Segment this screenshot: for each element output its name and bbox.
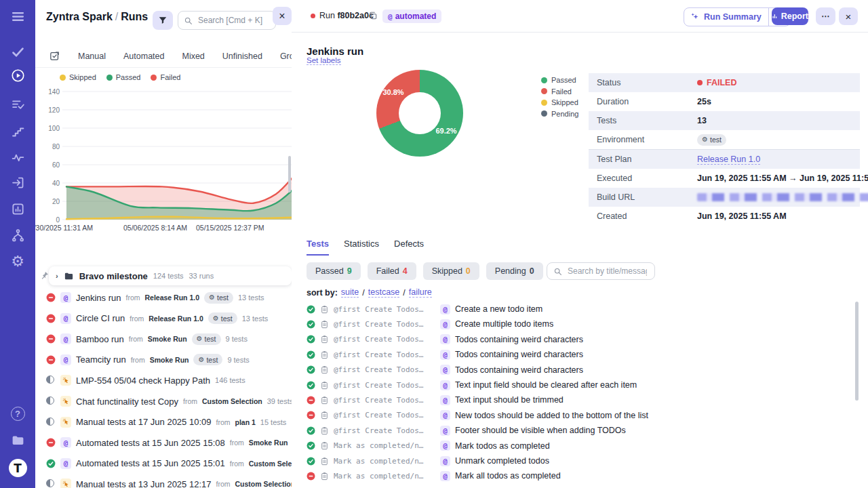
sidebar-branches-icon[interactable] <box>0 228 35 243</box>
tests-scrollbar[interactable] <box>855 302 859 401</box>
filter-failed[interactable]: Failed4 <box>368 262 416 280</box>
test-row[interactable]: @first Create Todos…@New todos should be… <box>307 408 856 423</box>
run-item-title: Automated tests at 15 Jun 2025 15:08 <box>76 438 225 448</box>
sidebar-analytics-icon[interactable] <box>0 150 35 165</box>
sort-by-testcase[interactable]: testcase <box>368 287 400 298</box>
select-runs-icon[interactable] <box>49 50 60 62</box>
project-name[interactable]: Zyntra Spark <box>46 11 113 22</box>
passed-icon <box>307 426 315 435</box>
runs-tab-mixed[interactable]: Mixed <box>182 52 204 61</box>
sidebar-logo[interactable]: T <box>0 459 35 477</box>
tab-defects[interactable]: Defects <box>394 239 424 256</box>
copy-icon[interactable] <box>368 11 378 23</box>
runs-search[interactable] <box>178 11 276 30</box>
test-row[interactable]: Mark as completed/n…@Mark all todos as c… <box>307 468 856 483</box>
run-list-item[interactable]: Manual tests at 17 Jun 2025 10:09frompla… <box>46 412 292 432</box>
filter-button[interactable] <box>153 11 173 30</box>
sidebar-test-plans-icon[interactable] <box>0 98 35 112</box>
sort-by-failure[interactable]: failure <box>409 287 432 298</box>
filter-passed[interactable]: Passed9 <box>307 262 361 280</box>
sidebar-settings-icon[interactable]: ⚙ <box>0 254 35 269</box>
sidebar-reports-icon[interactable] <box>0 202 35 216</box>
legend-item-passed[interactable]: Passed <box>106 73 141 81</box>
sidebar-runs-icon[interactable] <box>0 68 35 83</box>
donut-legend-skipped[interactable]: Skipped <box>541 98 578 106</box>
donut-legend-passed[interactable]: Passed <box>541 76 578 84</box>
donut-legend-pending[interactable]: Pending <box>541 110 578 118</box>
test-row[interactable]: @first Create Todos…@Todos containing we… <box>307 363 856 378</box>
left-panel-scrollbar[interactable] <box>288 156 291 192</box>
automated-run-icon: @ <box>60 292 71 303</box>
sidebar-tests-icon[interactable] <box>0 45 35 59</box>
runs-tab-groups[interactable]: Groups <box>280 52 292 61</box>
legend-item-skipped[interactable]: Skipped <box>60 73 96 81</box>
clipboard-icon <box>320 411 329 420</box>
test-row[interactable]: Mark as completed/n…@Unmark completed to… <box>307 453 856 468</box>
tab-statistics[interactable]: Statistics <box>344 239 379 256</box>
x-axis-label: 05/15/2025 12:37 PM <box>196 224 264 232</box>
runs-panel: Zyntra Spark/Runs × ManualAutomatedMixed… <box>35 0 292 488</box>
svg-text:80: 80 <box>52 143 60 150</box>
detail-label: Environment <box>589 135 697 144</box>
runs-search-input[interactable] <box>197 15 270 26</box>
test-row[interactable]: @first Create Todos…@Text input should b… <box>307 392 856 407</box>
trend-chart-legend: SkippedPassedFailed <box>60 73 180 81</box>
run-list-item[interactable]: Chat functinality test CopyfromCustom Se… <box>46 391 292 411</box>
manual-run-icon <box>60 396 71 407</box>
sidebar-pulls-icon[interactable] <box>0 176 35 190</box>
run-list-item[interactable]: @Jenkins runfromRelease Run 1.0⚙test13 t… <box>46 287 292 308</box>
test-row[interactable]: @first Create Todos…@Text input field sh… <box>307 378 856 392</box>
detail-label: Executed <box>589 174 697 183</box>
run-list-item[interactable]: @Circle CI runfromRelease Run 1.0⚙test13… <box>46 308 292 329</box>
automated-run-icon: @ <box>60 333 71 344</box>
legend-item-failed[interactable]: Failed <box>151 73 180 81</box>
runs-tab-automated[interactable]: Automated <box>123 52 164 61</box>
chevron-right-icon[interactable]: › <box>56 272 58 280</box>
run-topbar: Run f80b2a0c @automated Run Summary ⋯ Re… <box>292 0 868 33</box>
test-row[interactable]: @first Create Todos…@Todos containing we… <box>307 347 856 362</box>
test-row[interactable]: @first Create Todos…@Create multiple tod… <box>307 317 856 331</box>
automated-badge[interactable]: @automated <box>382 9 441 23</box>
run-list-item[interactable]: LMP-554 05/04 check Happy Path146 tests <box>46 370 292 390</box>
set-labels-link[interactable]: Set labels <box>307 56 341 65</box>
test-title: Text input field should be cleared after… <box>455 380 637 390</box>
runs-tab-unfinished[interactable]: Unfinished <box>222 52 262 61</box>
milestone-row[interactable]: › Bravo milestone 124 tests 33 runs <box>49 266 292 285</box>
sidebar-milestones-icon[interactable] <box>0 124 35 138</box>
test-row[interactable]: @first Create Todos…@Footer should be vi… <box>307 423 856 438</box>
failed-dot <box>697 80 703 85</box>
tests-search[interactable] <box>547 262 655 280</box>
filter-pending[interactable]: Pending0 <box>486 262 543 280</box>
close-run-button[interactable]: × <box>839 7 858 25</box>
test-row[interactable]: @first Create Todos…@Todos containing we… <box>307 332 856 347</box>
panel-close-button[interactable]: × <box>273 7 292 25</box>
run-list-item[interactable]: @Automated tests at 15 Jun 2025 15:08fro… <box>46 432 292 453</box>
tab-tests[interactable]: Tests <box>307 239 329 256</box>
failed-icon <box>46 355 56 365</box>
more-button[interactable]: ⋯ <box>816 7 835 25</box>
test-plan-link[interactable]: Release Run 1.0 <box>697 155 760 165</box>
sidebar-projects-icon[interactable] <box>0 433 35 447</box>
sidebar-help-icon[interactable]: ? <box>0 407 35 421</box>
environment-badge: ⚙test <box>192 333 221 345</box>
run-list-item[interactable]: Manual tests at 13 Jun 2025 12:17fromCus… <box>46 474 292 488</box>
tests-search-input[interactable] <box>566 266 648 277</box>
report-button[interactable]: Report <box>772 7 808 25</box>
test-row[interactable]: @first Create Todos…@Create a new todo i… <box>307 302 856 317</box>
test-suite-name: @first Create Todos… <box>334 305 435 314</box>
run-list-item[interactable]: @Teamcity runfromSmoke Run⚙test9 tests <box>46 350 292 370</box>
legend-dot <box>541 88 547 94</box>
runs-tab-manual[interactable]: Manual <box>78 52 106 61</box>
filter-skipped[interactable]: Skipped0 <box>423 262 479 280</box>
sidebar-menu-icon[interactable] <box>0 9 35 24</box>
search-icon <box>184 16 193 25</box>
test-row[interactable]: Mark as completed/n…@Mark todos as compl… <box>307 439 856 453</box>
run-list-item[interactable]: @Automated tests at 15 Jun 2025 15:01fro… <box>46 453 292 474</box>
detail-label: Status <box>589 78 697 87</box>
run-list-item[interactable]: @Bamboo runfromSmoke Run⚙test9 tests <box>46 329 292 349</box>
build-url-redacted <box>697 193 868 201</box>
automated-run-icon: @ <box>60 437 71 448</box>
sort-by-suite[interactable]: suite <box>341 287 359 298</box>
donut-legend-failed[interactable]: Failed <box>541 87 578 96</box>
clipboard-icon <box>320 381 329 390</box>
